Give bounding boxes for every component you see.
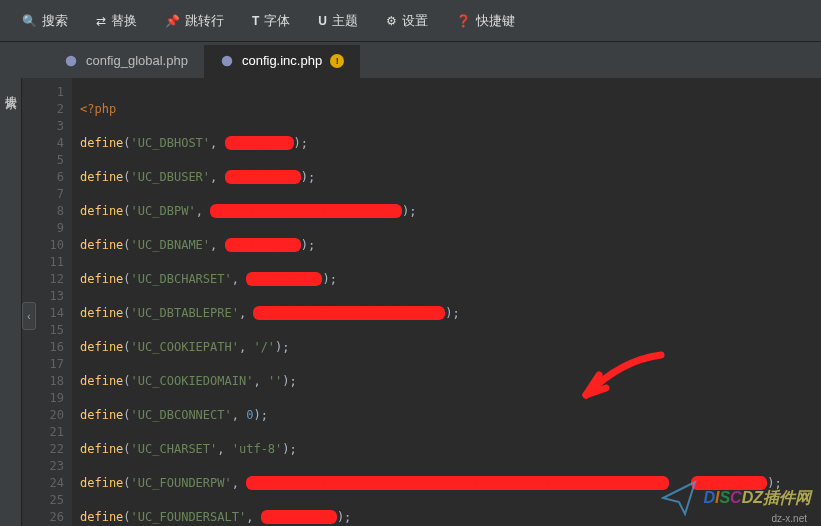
tab-config-inc[interactable]: config.inc.php ! — [204, 45, 360, 78]
gear-icon: ⚙ — [386, 14, 397, 28]
line-number: 12 — [22, 271, 64, 288]
search-icon: 🔍 — [22, 14, 37, 28]
line-number: 23 — [22, 458, 64, 475]
tab-label: config.inc.php — [242, 53, 322, 68]
warning-badge-icon: ! — [330, 54, 344, 68]
toolbar-theme[interactable]: U主题 — [304, 0, 372, 42]
code-line: define('UC_DBCONNECT', 0); — [80, 407, 821, 424]
svg-point-1 — [222, 55, 233, 66]
swap-icon: ⇄ — [96, 14, 106, 28]
line-number: 26 — [22, 509, 64, 526]
line-number: 2 — [22, 101, 64, 118]
tab-label: config_global.php — [86, 53, 188, 68]
line-number: 11 — [22, 254, 64, 271]
toolbar-replace-label: 替换 — [111, 12, 137, 30]
editor: 搜索 1 2 3 4 5 6 7 8 9 10 11 12 13 14 15 1… — [0, 78, 821, 526]
toolbar-settings[interactable]: ⚙设置 — [372, 0, 442, 42]
code-line: define('UC_DBUSER', xxxxxxxxxx); — [80, 169, 821, 186]
code-line: define('UC_FOUNDERSALT', xxxxxxxxxx); — [80, 509, 821, 526]
code-line: define('UC_DBPW', xxxxxxxxxxxxxxxxxxxxxx… — [80, 203, 821, 220]
svg-point-0 — [66, 55, 77, 66]
toolbar-font-label: 字体 — [264, 12, 290, 30]
toolbar-goto[interactable]: 📌跳转行 — [151, 0, 238, 42]
line-number: 22 — [22, 441, 64, 458]
code-line: define('UC_DBTABLEPRE', xxxxxxxxxxxxxxxx… — [80, 305, 821, 322]
php-file-icon — [64, 54, 78, 68]
line-number: 18 — [22, 373, 64, 390]
line-number: 24 — [22, 475, 64, 492]
code-line: define('UC_COOKIEPATH', '/'); — [80, 339, 821, 356]
line-number: 21 — [22, 424, 64, 441]
side-panel[interactable]: 搜索 — [0, 78, 22, 526]
toolbar-goto-label: 跳转行 — [185, 12, 224, 30]
php-file-icon — [220, 54, 234, 68]
line-number: 1 — [22, 84, 64, 101]
line-number: 9 — [22, 220, 64, 237]
code-line: <?php — [80, 101, 821, 118]
line-number: 7 — [22, 186, 64, 203]
magnet-icon: U — [318, 14, 327, 28]
line-number: 5 — [22, 152, 64, 169]
line-number: 8 — [22, 203, 64, 220]
tab-bar: config_global.php config.inc.php ! — [0, 42, 821, 78]
side-search-label: 搜索 — [2, 86, 19, 90]
code-line: define('UC_DBHOST', 127.0.0.1); — [80, 135, 821, 152]
line-number: 16 — [22, 339, 64, 356]
chevron-left-icon: ‹ — [27, 311, 30, 322]
line-number: 20 — [22, 407, 64, 424]
toolbar-replace[interactable]: ⇄替换 — [82, 0, 151, 42]
toolbar-settings-label: 设置 — [402, 12, 428, 30]
code-line: define('UC_COOKIEDOMAIN', ''); — [80, 373, 821, 390]
toolbar-font[interactable]: T字体 — [238, 0, 304, 42]
code-line: define('UC_DBNAME', xxxxxxxxxx); — [80, 237, 821, 254]
pin-icon: 📌 — [165, 14, 180, 28]
code-line: define('UC_CHARSET', 'utf-8'); — [80, 441, 821, 458]
line-number: 10 — [22, 237, 64, 254]
line-number: 3 — [22, 118, 64, 135]
line-number: 6 — [22, 169, 64, 186]
watermark-sub: dz-x.net — [771, 513, 807, 524]
help-icon: ❓ — [456, 14, 471, 28]
line-number: 19 — [22, 390, 64, 407]
line-number: 17 — [22, 356, 64, 373]
code-area[interactable]: <?php define('UC_DBHOST', 127.0.0.1); de… — [72, 78, 821, 526]
toolbar-search[interactable]: 🔍搜索 — [8, 0, 82, 42]
gutter-collapse-handle[interactable]: ‹ — [22, 302, 36, 330]
tab-config-global[interactable]: config_global.php — [48, 45, 204, 78]
toolbar-shortcuts-label: 快捷键 — [476, 12, 515, 30]
toolbar-theme-label: 主题 — [332, 12, 358, 30]
font-icon: T — [252, 14, 259, 28]
toolbar-search-label: 搜索 — [42, 12, 68, 30]
line-number: 25 — [22, 492, 64, 509]
toolbar: 🔍搜索 ⇄替换 📌跳转行 T字体 U主题 ⚙设置 ❓快捷键 — [0, 0, 821, 42]
line-number: 4 — [22, 135, 64, 152]
toolbar-shortcuts[interactable]: ❓快捷键 — [442, 0, 529, 42]
code-line: define('UC_FOUNDERPW', xxxxxxxxxxxxxxxxx… — [80, 475, 821, 492]
code-line: define('UC_DBCHARSET', xxxxxxxxxx); — [80, 271, 821, 288]
